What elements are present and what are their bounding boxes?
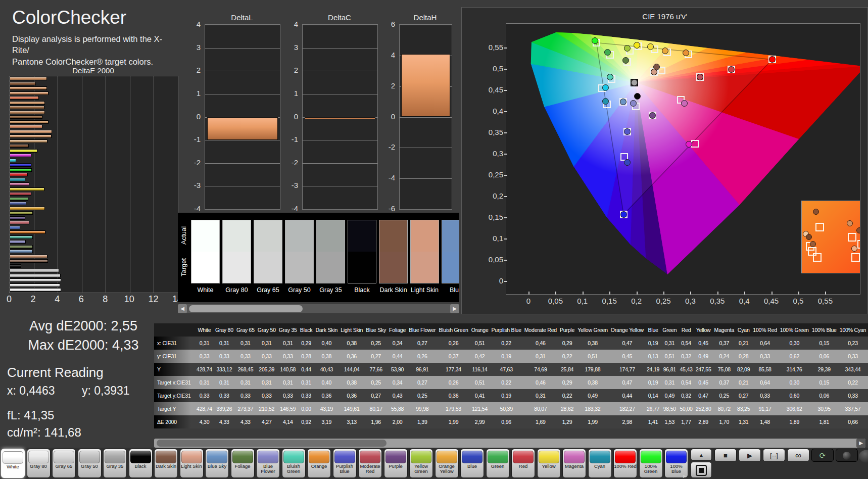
patch-color-chip	[385, 451, 406, 463]
patch-button-gray-65[interactable]: Gray 65	[52, 449, 76, 478]
patch-button-100-red[interactable]: 100% Red	[613, 449, 637, 478]
patch-button-green[interactable]: Green	[486, 449, 510, 478]
dh-bar	[401, 54, 450, 117]
table-cell: 85,58	[751, 363, 778, 376]
table-row: x: CIE310,310,310,310,310,310,290,400,38…	[154, 337, 868, 350]
table-cell: 0,22	[558, 389, 576, 402]
cie-measured-point	[620, 211, 627, 218]
scroll-up-button[interactable]: ▲	[691, 449, 712, 461]
patch-button-moderate-red[interactable]: Moderate Red	[358, 449, 382, 478]
patch-label: Gray 80	[27, 464, 50, 469]
continuous-button[interactable]: ∞	[787, 449, 809, 462]
stop-button[interactable]: ■	[714, 449, 737, 462]
cie-x-tick	[528, 292, 529, 295]
patch-label: Light Skin	[180, 464, 203, 469]
avg-de2000-stat: Avg dE2000: 2,55	[0, 318, 167, 334]
patch-button-white[interactable]: White	[1, 449, 25, 478]
patch-button-100-green[interactable]: 100% Green	[639, 449, 663, 478]
patch-scroll-right-icon[interactable]: ▶	[683, 474, 686, 478]
inset-target-point	[815, 223, 824, 231]
patch-button-yellow-green[interactable]: Yellow Green	[409, 449, 433, 478]
swatch-scrollbar-thumb[interactable]	[189, 305, 303, 312]
column-header: Gray 35	[277, 323, 299, 337]
refresh-button[interactable]: ⟳	[811, 449, 834, 462]
patch-button-gray-35[interactable]: Gray 35	[103, 449, 127, 478]
table-cell: 0,47	[609, 376, 645, 389]
patch-button-yellow[interactable]: Yellow	[537, 449, 561, 478]
cie-y-tick	[504, 175, 507, 176]
table-scrollbar-thumb[interactable]	[157, 440, 387, 447]
gridline	[106, 76, 106, 293]
square-pattern-icon	[696, 465, 707, 476]
gridline	[205, 186, 280, 186]
patch-button-blue[interactable]: Blue	[460, 449, 484, 478]
cie-x-tick-label: 0,35	[706, 297, 729, 305]
scroll-left-icon[interactable]: ◀	[178, 304, 187, 313]
table-cell: 0,26	[407, 350, 437, 363]
patch-button-bluish-green[interactable]: Bluish Green	[282, 449, 306, 478]
cie-x-tick-label: 0,55	[814, 297, 836, 305]
pattern-window-button[interactable]	[691, 462, 712, 478]
cie-measured-point	[602, 98, 609, 105]
actual-row-label: Actual	[180, 220, 189, 251]
deltae-bar	[10, 202, 26, 205]
measurement-table: WhiteGray 80Gray 65Gray 50Gray 35BlackDa…	[154, 323, 868, 428]
patch-button-dark-skin[interactable]: Dark Skin	[154, 449, 178, 478]
table-cell: 47,63	[490, 363, 523, 376]
column-header: Bluish Green	[437, 323, 469, 337]
y-tick-label: 2	[375, 81, 395, 90]
swatch-panel-scrollbar[interactable]: ◀ ▶	[178, 304, 459, 313]
table-cell: 0,51	[661, 350, 678, 363]
table-cell: 0,96	[490, 415, 523, 428]
cie-y-tick-label: 0	[482, 276, 503, 285]
table-cell: 30,95	[810, 402, 838, 415]
deltae-bar	[10, 221, 29, 224]
table-cell: 1,99	[576, 415, 609, 428]
sphere-button[interactable]	[836, 449, 858, 462]
cie-x-tick	[663, 292, 664, 295]
cie-y-tick	[504, 47, 507, 49]
cie-measured-point	[681, 100, 688, 107]
patch-button-orange[interactable]: Orange	[307, 449, 331, 478]
table-cell: 1,53	[661, 415, 678, 428]
table-cell: 0,42	[470, 350, 490, 363]
patch-button-black[interactable]: Black	[129, 449, 153, 478]
play-button[interactable]: ▶	[739, 449, 761, 462]
marker-loop-button[interactable]: [··]	[763, 449, 785, 462]
page-title: ColorChecker	[12, 7, 126, 28]
table-cell: 0,21	[736, 337, 751, 350]
deltae-bar	[10, 115, 42, 119]
table-cell: 0,33	[751, 389, 778, 402]
inset-target-point	[813, 253, 822, 262]
patch-button-purplish-blue[interactable]: Purplish Blue	[333, 449, 357, 478]
patch-button-purple[interactable]: Purple	[384, 449, 408, 478]
patch-button-red[interactable]: Red	[511, 449, 535, 478]
scroll-right-icon[interactable]: ▶	[450, 304, 459, 313]
table-cell: 0,54	[678, 376, 694, 389]
table-cell: 2,98	[609, 415, 645, 428]
patch-button-orange-yellow[interactable]: Orange Yellow	[435, 449, 459, 478]
deltae-bar	[10, 197, 28, 201]
patch-button-gray-80[interactable]: Gray 80	[27, 449, 51, 478]
patch-button-blue-flower[interactable]: Blue Flower	[256, 449, 280, 478]
patch-button-light-skin[interactable]: Light Skin	[180, 449, 204, 478]
table-cell: 273,37	[235, 402, 256, 415]
patch-label: Gray 50	[78, 464, 101, 469]
patch-button-cyan[interactable]: Cyan	[588, 449, 612, 478]
patch-button-magenta[interactable]: Magenta	[562, 449, 586, 478]
table-scroll-right-icon[interactable]: ▶	[856, 439, 865, 448]
column-header: Green	[661, 323, 678, 337]
y-tick-label: -4	[180, 204, 201, 213]
table-scrollbar[interactable]: ▶	[154, 439, 865, 448]
row-label: Y	[154, 363, 195, 376]
patch-button-gray-50[interactable]: Gray 50	[78, 449, 102, 478]
deltae-bar	[10, 82, 36, 85]
column-header: Blue Sky	[364, 323, 388, 337]
patch-button-foliage[interactable]: Foliage	[231, 449, 255, 478]
row-label: ΔE 2000	[154, 415, 195, 428]
patch-color-chip	[564, 451, 585, 463]
swatch-label: Gray 35	[316, 286, 345, 294]
deltae2000-x-axis: 02468101214	[9, 294, 181, 304]
patch-label: Moderate Red	[359, 464, 381, 474]
patch-button-blue-sky[interactable]: Blue Sky	[205, 449, 229, 478]
